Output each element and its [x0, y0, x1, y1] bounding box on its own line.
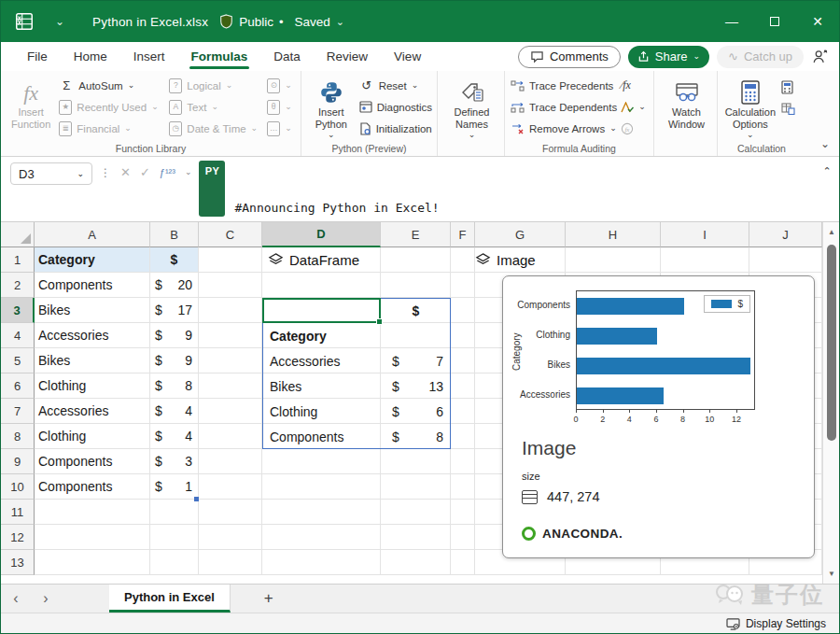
- diagnostics-button[interactable]: Diagnostics: [359, 97, 433, 117]
- row-header-1[interactable]: 1: [1, 247, 35, 273]
- row-header-4[interactable]: 4: [1, 323, 35, 348]
- cell-A11[interactable]: [35, 500, 150, 525]
- cell-C11[interactable]: [199, 500, 262, 525]
- reset-button[interactable]: ↺Reset⌄: [359, 76, 433, 95]
- cell-C3[interactable]: [199, 298, 262, 323]
- calculation-options-button[interactable]: Calculation Options⌄: [723, 76, 777, 139]
- collapse-ribbon-chevron-icon[interactable]: ⌄: [820, 137, 830, 150]
- sheet-tab[interactable]: Python in Excel: [109, 585, 231, 613]
- text-button[interactable]: AText⌄: [169, 97, 263, 117]
- cell-B2[interactable]: $20: [150, 273, 199, 298]
- cell-C9[interactable]: [199, 449, 262, 474]
- cell-A8[interactable]: Clothing: [35, 424, 150, 449]
- cell-F6[interactable]: [451, 373, 475, 399]
- cell-E2[interactable]: [381, 273, 451, 298]
- row-header-7[interactable]: 7: [1, 399, 35, 424]
- scroll-up-arrow[interactable]: ▲: [823, 228, 840, 236]
- column-header-F[interactable]: F: [451, 222, 475, 247]
- autosum-button[interactable]: ΣAutoSum⌄: [59, 76, 165, 95]
- cell-I1[interactable]: [661, 247, 749, 273]
- row-header-10[interactable]: 10: [1, 474, 35, 500]
- cell-A5[interactable]: Bikes: [35, 348, 150, 373]
- save-status-chevron-icon[interactable]: ⌄: [336, 16, 344, 28]
- maximize-button[interactable]: [753, 1, 796, 42]
- formula-bar-dots-icon[interactable]: ⋮: [100, 166, 111, 179]
- cancel-icon[interactable]: ✕: [120, 165, 131, 179]
- cell-B8[interactable]: $4: [150, 424, 199, 449]
- cell-F2[interactable]: [451, 273, 475, 298]
- cell-E11[interactable]: [381, 500, 451, 525]
- initialization-button[interactable]: Initialization: [359, 119, 433, 138]
- cell-H1[interactable]: [566, 247, 661, 273]
- cell-F3[interactable]: [451, 298, 475, 323]
- cell-B3[interactable]: $17: [150, 298, 199, 323]
- cell-B5[interactable]: $9: [150, 348, 199, 373]
- cell-B12[interactable]: [150, 525, 199, 550]
- cell-F11[interactable]: [451, 500, 475, 525]
- cell-E9[interactable]: [381, 449, 451, 474]
- comments-button[interactable]: Comments: [518, 46, 621, 68]
- cell-C10[interactable]: [199, 474, 262, 500]
- cell-B10[interactable]: $1: [150, 474, 199, 500]
- insert-python-button[interactable]: Insert Python⌄: [307, 76, 356, 139]
- cell-A9[interactable]: Components: [35, 449, 150, 474]
- calculate-now-button[interactable]: [781, 77, 802, 97]
- close-button[interactable]: ✕: [796, 1, 839, 42]
- cell-A12[interactable]: [35, 525, 150, 550]
- sheet-prev-icon[interactable]: ‹: [1, 590, 31, 607]
- name-box[interactable]: D3⌄: [10, 162, 92, 185]
- cell-F10[interactable]: [451, 474, 475, 500]
- row-header-6[interactable]: 6: [1, 373, 35, 399]
- financial-button[interactable]: ≣Financial⌄: [59, 119, 165, 138]
- cell-D9[interactable]: [262, 449, 381, 474]
- date-time-button[interactable]: ◷Date & Time⌄: [169, 119, 263, 138]
- save-status[interactable]: Saved: [294, 15, 329, 29]
- column-header-A[interactable]: A: [35, 222, 150, 247]
- cell-F7[interactable]: [451, 399, 475, 424]
- dataframe-row[interactable]: Components$8: [262, 424, 451, 449]
- cell-A4[interactable]: Accessories: [35, 323, 150, 348]
- remove-arrows-button[interactable]: Remove Arrows⌄: [511, 119, 617, 138]
- calculate-sheet-button[interactable]: [781, 99, 802, 119]
- cell-F12[interactable]: [451, 525, 475, 550]
- catch-up-button[interactable]: ∿ Catch up: [717, 46, 804, 68]
- sheet-next-icon[interactable]: ›: [31, 590, 61, 607]
- cell-B6[interactable]: $8: [150, 373, 199, 399]
- error-checking-button[interactable]: ⌄: [621, 97, 650, 117]
- evaluate-formula-button[interactable]: fx: [621, 119, 650, 138]
- cell-B1[interactable]: $: [150, 247, 199, 273]
- column-header-E[interactable]: E: [381, 222, 451, 247]
- active-cell-D3[interactable]: [262, 298, 381, 323]
- menu-tab-formulas[interactable]: Formulas: [180, 45, 259, 68]
- more-functions-button[interactable]: …⌄: [267, 119, 297, 138]
- column-header-B[interactable]: B: [150, 222, 199, 247]
- cell-C4[interactable]: [199, 323, 262, 348]
- image-card-chip[interactable]: Image: [475, 252, 536, 268]
- scroll-down-arrow[interactable]: ▼: [823, 570, 840, 578]
- cell-E10[interactable]: [381, 474, 451, 500]
- cell-C5[interactable]: [199, 348, 262, 373]
- dataframe-row[interactable]: Accessories$7: [262, 348, 451, 373]
- cell-B7[interactable]: $4: [150, 399, 199, 424]
- cell-D12[interactable]: [262, 525, 381, 550]
- cell-A3[interactable]: Bikes: [35, 298, 150, 323]
- collapse-formula-bar-icon[interactable]: ⌃: [815, 165, 839, 177]
- dataframe-row[interactable]: Clothing$6: [262, 399, 451, 424]
- row-header-9[interactable]: 9: [1, 449, 35, 474]
- cell-A6[interactable]: Clothing: [35, 373, 150, 399]
- menu-tab-view[interactable]: View: [383, 45, 432, 68]
- column-header-J[interactable]: J: [749, 222, 822, 247]
- cell-J1[interactable]: [749, 247, 822, 273]
- cell-A7[interactable]: Accessories: [35, 399, 150, 424]
- cell-A10[interactable]: Components: [35, 474, 150, 500]
- menu-tab-insert[interactable]: Insert: [122, 45, 176, 68]
- cell-F13[interactable]: [451, 550, 475, 575]
- recently-used-button[interactable]: ★Recently Used⌄: [59, 97, 165, 117]
- column-header-D[interactable]: D: [262, 222, 381, 247]
- people-icon[interactable]: [811, 49, 830, 64]
- cell-B11[interactable]: [150, 500, 199, 525]
- share-button[interactable]: Share ⌄: [628, 46, 709, 68]
- insert-values-icon[interactable]: ƒ¹²³: [160, 167, 175, 178]
- show-formulas-button[interactable]: ⁄fx: [621, 76, 650, 95]
- cell-A2[interactable]: Components: [35, 273, 150, 298]
